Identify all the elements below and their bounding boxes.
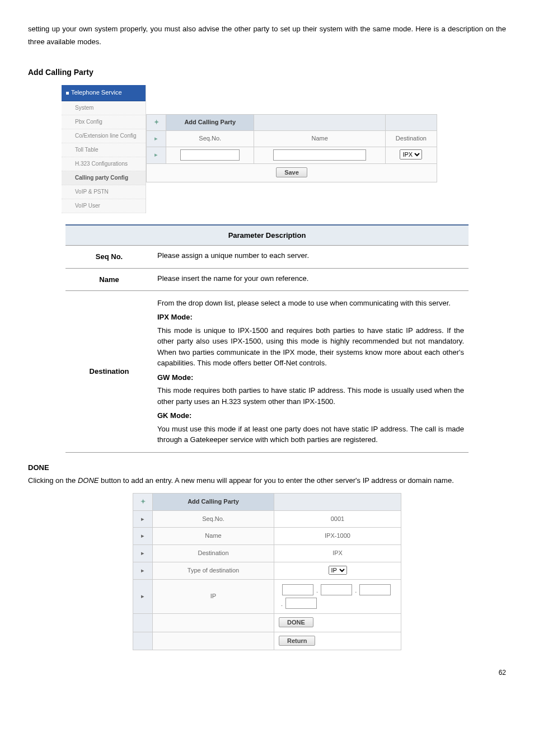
sidebar-item-h323[interactable]: H.323 Configurations <box>62 157 146 171</box>
seq-value: 0001 <box>274 510 401 528</box>
name-value: IPX-1000 <box>274 528 401 545</box>
param-name-desc: Please insert the name for your own refe… <box>153 268 469 290</box>
ip-inputs-cell: . . . <box>274 579 401 613</box>
row-marker-icon: ▸ <box>147 130 166 147</box>
sidebar-item-toll-table[interactable]: Toll Table <box>62 143 146 157</box>
param-dest-label: Destination <box>65 290 153 452</box>
save-row: Save <box>147 163 437 182</box>
dest-value: IPX <box>274 545 401 562</box>
sidebar-item-calling-party[interactable]: Calling party Config <box>62 171 146 185</box>
sidebar-header: Telephone Service <box>62 85 146 101</box>
ip-octet-4[interactable] <box>285 598 317 609</box>
sidebar-item-voip-user[interactable]: VoIP User <box>62 199 146 213</box>
return-button[interactable]: Return <box>279 636 315 646</box>
screenshot-add-calling-party-details: ✦ Add Calling Party ▸ Seq.No. 0001 ▸ Nam… <box>133 493 401 651</box>
seq-label: Seq.No. <box>153 510 274 528</box>
destination-select[interactable]: IPX <box>400 149 422 159</box>
type-value-cell: IP <box>274 562 401 579</box>
param-seq-desc: Please assign a unique number to each se… <box>153 246 469 268</box>
sidebar-item-pbx-config[interactable]: Pbx Config <box>62 115 146 129</box>
ip-octet-1[interactable] <box>282 584 313 595</box>
page-number: 62 <box>28 667 506 679</box>
gw-mode-title: GW Mode: <box>157 372 464 383</box>
ipx-mode-title: IPX Mode: <box>157 312 464 323</box>
expand-icon: ✦ <box>147 114 166 130</box>
row-marker-icon: ▸ <box>133 510 153 528</box>
done-heading: DONE <box>28 461 506 474</box>
type-label: Type of destination <box>153 562 274 579</box>
add-calling-party-table: ✦ Add Calling Party ▸ Seq.No. Name Desti… <box>146 114 437 182</box>
save-button[interactable]: Save <box>276 167 307 177</box>
row-marker-icon: ▸ <box>147 147 166 163</box>
square-bullet-icon <box>66 92 69 95</box>
section-title: Add Calling Party <box>28 65 506 79</box>
param-title: Parameter Description <box>65 225 469 246</box>
dest-select-cell: IPX <box>385 147 437 163</box>
row-marker-icon: ▸ <box>133 528 153 545</box>
sidebar-item-voip-pstn[interactable]: VoIP & PSTN <box>62 185 146 199</box>
parameter-description-table: Parameter Description Seq No. Please ass… <box>65 224 469 453</box>
intro-paragraph: setting up your own system properly, you… <box>28 22 506 49</box>
sidebar: Telephone Service System Pbx Config Co/E… <box>62 85 146 213</box>
ip-octet-3[interactable] <box>359 584 391 595</box>
col-name: Name <box>254 130 385 147</box>
name-input-cell <box>254 147 385 163</box>
col-seq: Seq.No. <box>166 130 254 147</box>
sidebar-item-system[interactable]: System <box>62 101 146 115</box>
done-button[interactable]: DONE <box>279 617 313 627</box>
ip-label: IP <box>153 579 274 613</box>
type-of-destination-select[interactable]: IP <box>329 566 347 575</box>
name-input[interactable] <box>273 149 366 161</box>
expand-icon: ✦ <box>133 493 153 510</box>
seq-input[interactable] <box>180 149 240 161</box>
seq-input-cell <box>166 147 254 163</box>
dest-label: Destination <box>153 545 274 562</box>
param-seq-label: Seq No. <box>65 246 153 268</box>
param-dest-desc: From the drop down list, please select a… <box>153 290 469 452</box>
col-dest: Destination <box>385 130 437 147</box>
done-button-cell: DONE <box>274 613 401 632</box>
row-marker-icon: ▸ <box>133 562 153 579</box>
return-button-cell: Return <box>274 632 401 650</box>
gw-mode-desc: This mode requires both parties to have … <box>157 385 464 407</box>
dest-intro: From the drop down list, please select a… <box>157 298 464 309</box>
gk-mode-title: GK Mode: <box>157 410 464 421</box>
name-label: Name <box>153 528 274 545</box>
row-marker-icon: ▸ <box>133 545 153 562</box>
form-title: Add Calling Party <box>166 114 254 130</box>
row-marker-icon: ▸ <box>133 579 153 613</box>
ipx-mode-desc: This mode is unique to IPX-1500 and requ… <box>157 325 464 369</box>
ip-octet-2[interactable] <box>321 584 352 595</box>
gk-mode-desc: You must use this mode if at least one p… <box>157 424 464 445</box>
param-name-label: Name <box>65 268 153 290</box>
sidebar-item-co-extension[interactable]: Co/Extension line Config <box>62 129 146 143</box>
form2-title: Add Calling Party <box>153 493 274 510</box>
screenshot-add-calling-party-form: Telephone Service System Pbx Config Co/E… <box>62 85 506 213</box>
done-paragraph: Clicking on the DONE button to add an en… <box>28 474 506 487</box>
